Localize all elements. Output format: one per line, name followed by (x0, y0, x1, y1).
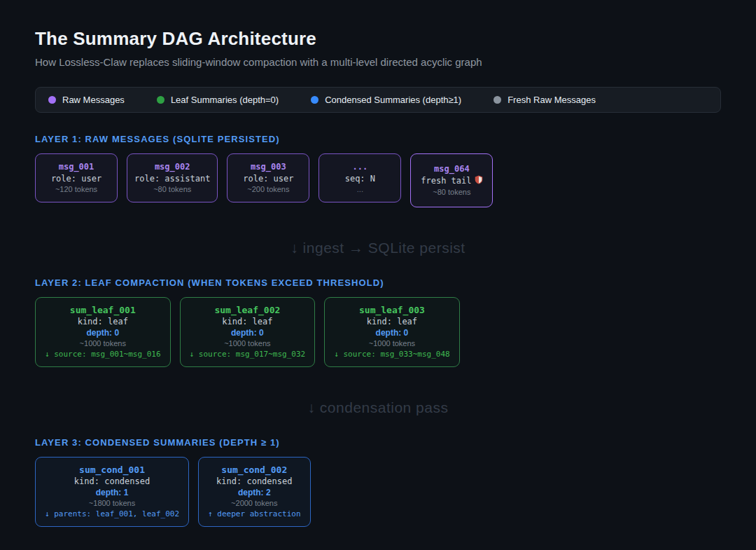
node-kind: kind: condensed (45, 476, 179, 487)
legend-label: Leaf Summaries (depth=0) (171, 95, 279, 105)
node-tokens: ~1000 tokens (334, 338, 450, 349)
legend-label: Fresh Raw Messages (507, 95, 596, 105)
node-depth: depth: 0 (190, 327, 306, 338)
legend-label: Raw Messages (62, 95, 125, 105)
node-title: msg_002 (134, 161, 210, 173)
layer-2-heading: LAYER 2: LEAF COMPACTION (WHEN TOKENS EX… (35, 277, 721, 288)
node-tokens: ~80 tokens (419, 187, 484, 198)
node-card-msg-001: msg_001 role: user ~120 tokens (35, 153, 118, 202)
layer-1-card-row: msg_001 role: user ~120 tokens msg_002 r… (35, 153, 721, 207)
layer-1-heading: LAYER 1: RAW MESSAGES (SQLITE PERSISTED) (35, 134, 721, 144)
node-abstraction: ↑ deeper abstraction (208, 509, 300, 520)
node-depth: depth: 0 (334, 327, 450, 338)
node-card-msg-003: msg_003 role: user ~200 tokens (227, 153, 309, 202)
node-title: sum_leaf_001 (45, 304, 161, 316)
node-tokens: ~1000 tokens (190, 338, 306, 349)
node-kind: kind: leaf (334, 316, 450, 327)
layer-3-card-row: sum_cond_001 kind: condensed depth: 1 ~1… (35, 457, 721, 527)
node-role: role: user (43, 173, 110, 184)
node-card-msg-002: msg_002 role: assistant ~80 tokens (127, 153, 218, 202)
legend-item-fresh-raw-messages: Fresh Raw Messages (493, 95, 596, 105)
node-card-sum-cond-002: sum_cond_002 kind: condensed depth: 2 ~2… (198, 457, 310, 527)
legend-label: Condensed Summaries (depth≥1) (325, 95, 461, 105)
node-tokens: ~2000 tokens (208, 498, 300, 509)
layer-2-card-row: sum_leaf_001 kind: leaf depth: 0 ~1000 t… (35, 297, 721, 367)
node-title: sum_cond_001 (45, 464, 179, 476)
legend-item-leaf-summaries: Leaf Summaries (depth=0) (157, 95, 279, 105)
node-card-sum-leaf-001: sum_leaf_001 kind: leaf depth: 0 ~1000 t… (35, 297, 171, 367)
node-card-msg-064: msg_064 fresh tail ~80 tokens (410, 153, 493, 207)
condensed-summaries-dot-icon (311, 96, 318, 104)
node-tokens: ~1800 tokens (45, 498, 179, 509)
node-title: ... (326, 161, 393, 173)
node-card-sum-leaf-003: sum_leaf_003 kind: leaf depth: 0 ~1000 t… (324, 297, 460, 367)
layer-3-condensed-summaries: LAYER 3: CONDENSED SUMMARIES (DEPTH ≥ 1)… (35, 437, 721, 527)
node-tokens: ~80 tokens (134, 184, 210, 195)
node-title: sum_leaf_002 (190, 304, 306, 316)
node-tokens: ~120 tokens (43, 184, 110, 195)
transition-ingest: ↓ ingest → SQLite persist (35, 240, 721, 256)
node-role: role: user (234, 173, 302, 184)
legend-bar: Raw Messages Leaf Summaries (depth=0) Co… (35, 87, 721, 113)
node-title: sum_cond_002 (208, 464, 300, 476)
node-card-sum-cond-001: sum_cond_001 kind: condensed depth: 1 ~1… (35, 457, 189, 527)
layer-2-leaf-compaction: LAYER 2: LEAF COMPACTION (WHEN TOKENS EX… (35, 277, 721, 367)
fresh-raw-messages-dot-icon (493, 96, 501, 104)
node-title: msg_001 (43, 161, 110, 173)
node-card-sum-leaf-002: sum_leaf_002 kind: leaf depth: 0 ~1000 t… (180, 297, 316, 367)
node-title: sum_leaf_003 (334, 304, 450, 316)
node-title: msg_064 (419, 163, 484, 175)
node-parents: ↓ parents: leaf_001, leaf_002 (45, 509, 179, 520)
node-card-ellipsis: ... seq: N ... (318, 153, 401, 202)
layer-3-heading: LAYER 3: CONDENSED SUMMARIES (DEPTH ≥ 1) (35, 437, 721, 448)
node-role: fresh tail (419, 175, 484, 187)
legend-item-condensed-summaries: Condensed Summaries (depth≥1) (311, 95, 461, 105)
node-kind: kind: leaf (45, 316, 161, 327)
node-role: role: assistant (134, 173, 210, 184)
page: The Summary DAG Architecture How Lossles… (0, 0, 756, 527)
node-depth: depth: 1 (45, 487, 179, 498)
raw-messages-dot-icon (48, 96, 56, 104)
node-tokens: ~1000 tokens (45, 338, 161, 349)
node-depth: depth: 0 (45, 327, 161, 338)
node-tokens: ~200 tokens (234, 184, 302, 195)
node-kind: kind: condensed (208, 476, 300, 487)
node-depth: depth: 2 (208, 487, 300, 498)
shield-icon (475, 175, 483, 187)
page-title: The Summary DAG Architecture (35, 28, 721, 50)
node-title: msg_003 (234, 161, 302, 173)
node-source: ↓ source: msg_033~msg_048 (334, 349, 450, 360)
page-subtitle: How Lossless-Claw replaces sliding-windo… (35, 56, 721, 68)
node-kind: kind: leaf (190, 316, 306, 327)
node-source: ↓ source: msg_001~msg_016 (45, 349, 161, 360)
node-seq: seq: N (326, 173, 393, 184)
node-ellipsis: ... (326, 184, 393, 195)
layer-1-raw-messages: LAYER 1: RAW MESSAGES (SQLITE PERSISTED)… (35, 134, 721, 207)
leaf-summaries-dot-icon (157, 96, 164, 104)
transition-condensation: ↓ condensation pass (35, 399, 721, 416)
node-source: ↓ source: msg_017~msg_032 (190, 349, 306, 360)
legend-item-raw-messages: Raw Messages (48, 95, 125, 105)
